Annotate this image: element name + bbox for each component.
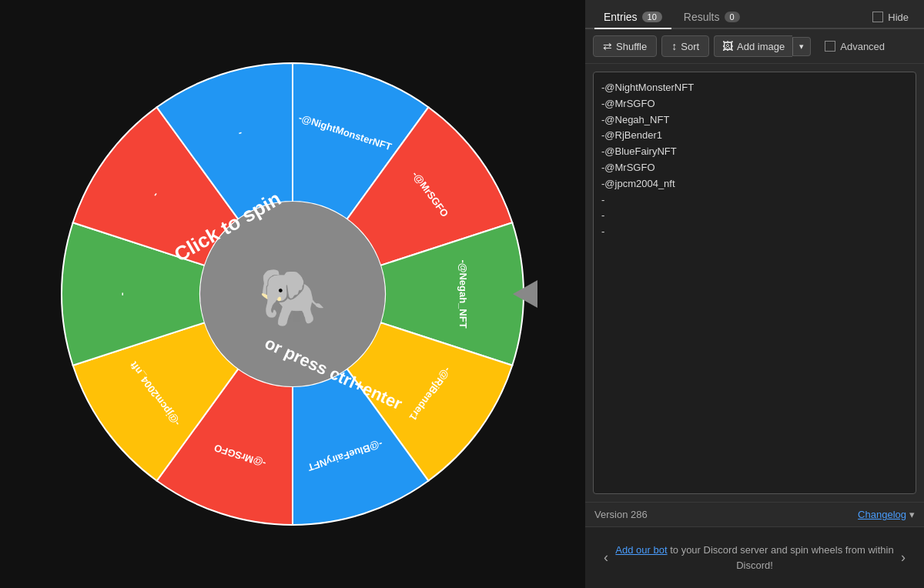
changelog-chevron: ▾: [909, 509, 915, 520]
wheel-svg[interactable]: -@NightMonsterNFT-@MrSGFO-@Negah_NFT-@Rj…: [54, 55, 531, 533]
svg-text:-@Negah_NFT: -@Negah_NFT: [457, 259, 469, 328]
sort-icon: ↕: [671, 40, 677, 52]
entries-area: [585, 64, 924, 502]
changelog-link[interactable]: Changelog: [858, 509, 906, 520]
right-panel: Entries 10 Results 0 Hide ⇄ Shuffle ↕ So…: [585, 0, 924, 588]
promo-next-arrow[interactable]: ›: [895, 546, 912, 569]
svg-text:-: -: [116, 292, 128, 296]
wheel-panel: -@NightMonsterNFT-@MrSGFO-@Negah_NFT-@Rj…: [0, 0, 585, 588]
advanced-toggle[interactable]: Advanced: [819, 37, 891, 56]
shuffle-label: Shuffle: [616, 41, 647, 52]
sort-button[interactable]: ↕ Sort: [661, 35, 709, 57]
tabs-left: Entries 10 Results 0: [594, 6, 749, 28]
image-icon: 🖼: [722, 40, 733, 52]
tabs-bar: Entries 10 Results 0 Hide: [585, 0, 924, 29]
promo-suffix: to your Discord server and spin wheels f…: [668, 544, 894, 571]
hide-checkbox[interactable]: [872, 12, 883, 22]
tab-results[interactable]: Results 0: [675, 6, 749, 29]
promo-prev-arrow[interactable]: ‹: [598, 546, 614, 569]
shuffle-button[interactable]: ⇄ Shuffle: [593, 35, 657, 57]
tab-results-label: Results: [684, 11, 720, 23]
svg-text:🐘: 🐘: [258, 265, 327, 330]
hide-label: Hide: [888, 12, 909, 23]
add-image-button[interactable]: 🖼 Add image: [714, 35, 792, 57]
add-image-dropdown[interactable]: ▾: [792, 37, 811, 56]
entries-textarea[interactable]: [593, 72, 916, 494]
promo-link[interactable]: Add our bot: [615, 544, 667, 556]
sort-label: Sort: [681, 41, 699, 52]
results-badge: 0: [725, 12, 740, 22]
advanced-checkbox[interactable]: [825, 41, 835, 52]
wheel-pointer: [513, 280, 537, 308]
changelog-area: Changelog ▾: [858, 509, 915, 520]
toolbar: ⇄ Shuffle ↕ Sort 🖼 Add image ▾ Advanced: [585, 29, 924, 64]
version-text: Version 286: [594, 509, 648, 520]
add-image-label: Add image: [737, 41, 785, 52]
tab-entries[interactable]: Entries 10: [594, 6, 671, 29]
advanced-label: Advanced: [840, 41, 885, 52]
hide-button[interactable]: Hide: [866, 8, 915, 26]
footer: Version 286 Changelog ▾: [585, 502, 924, 526]
discord-promo: ‹ Add our bot to your Discord server and…: [585, 526, 924, 588]
shuffle-icon: ⇄: [603, 40, 612, 52]
promo-text-container: Add our bot to your Discord server and s…: [614, 543, 895, 573]
wheel-container[interactable]: -@NightMonsterNFT-@MrSGFO-@Negah_NFT-@Rj…: [54, 55, 531, 533]
tab-entries-label: Entries: [604, 11, 638, 23]
entries-badge: 10: [642, 12, 662, 22]
add-image-group: 🖼 Add image ▾: [714, 35, 811, 57]
